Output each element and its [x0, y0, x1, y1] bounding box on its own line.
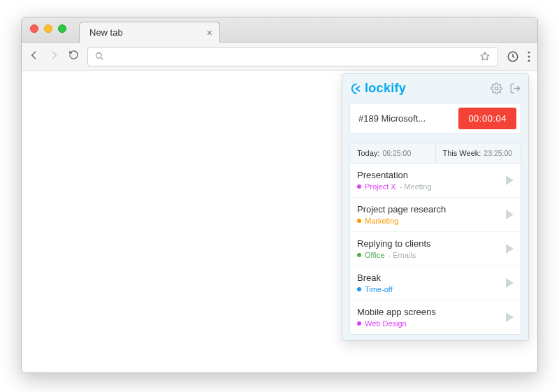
project-color-dot: [357, 253, 361, 257]
tab-close-icon[interactable]: ×: [207, 27, 212, 38]
time-entry[interactable]: Replying to clientsOffice - Emails: [350, 231, 521, 266]
summary-today-value: 06:25:00: [382, 149, 411, 157]
project-color-dot: [357, 184, 361, 189]
entry-project: Marketing: [365, 217, 398, 225]
forward-icon: [48, 50, 59, 64]
summary-today: Today: 06:25:00: [350, 143, 435, 163]
entry-task: - Meeting: [400, 182, 432, 191]
project-color-dot: [357, 321, 361, 326]
entry-title: Project page research: [357, 204, 446, 215]
minimize-window-icon[interactable]: [44, 24, 52, 33]
titlebar: New tab ×: [22, 17, 537, 43]
play-icon[interactable]: [506, 175, 514, 185]
time-entry[interactable]: BreakTime-off: [350, 266, 521, 300]
brand-text: lockify: [365, 81, 406, 95]
settings-icon[interactable]: [491, 82, 502, 94]
entry-project: Time-off: [365, 285, 393, 293]
time-entry[interactable]: Project page researchMarketing: [350, 197, 521, 231]
browser-tab[interactable]: New tab ×: [79, 22, 220, 43]
recent-entries-list: PresentationProject X - MeetingProject p…: [349, 164, 521, 335]
current-entry-description[interactable]: #189 Microsoft...: [358, 113, 426, 124]
play-icon[interactable]: [506, 210, 514, 219]
stop-timer-button[interactable]: 00:00:04: [458, 108, 516, 129]
window-controls: [30, 24, 66, 33]
browser-window: New tab × lockif: [21, 17, 538, 373]
maximize-window-icon[interactable]: [58, 24, 66, 33]
clockify-extension-icon[interactable]: [507, 50, 519, 63]
back-icon[interactable]: [29, 50, 40, 64]
bookmark-star-icon[interactable]: [479, 51, 491, 62]
project-color-dot: [357, 219, 361, 223]
browser-menu-icon[interactable]: [528, 51, 530, 62]
search-icon: [95, 52, 104, 61]
clockify-logo: lockify: [349, 81, 406, 96]
entry-title: Mobile app screens: [357, 307, 436, 317]
play-icon[interactable]: [506, 278, 514, 288]
svg-point-2: [528, 51, 530, 53]
toolbar: [22, 43, 537, 71]
popup-header: lockify: [349, 81, 521, 96]
entry-project: Web Design: [365, 319, 407, 328]
entry-title: Break: [357, 273, 393, 283]
entry-project: Office: [365, 251, 385, 259]
svg-point-0: [96, 53, 102, 59]
summary-week-label: This Week:: [443, 149, 481, 157]
time-entry[interactable]: PresentationProject X - Meeting: [350, 164, 521, 197]
clockify-logo-icon: [349, 82, 362, 95]
summary-week-value: 23:25:00: [484, 149, 512, 157]
tab-title: New tab: [89, 27, 123, 38]
summary-week: This Week: 23:25:00: [435, 143, 521, 163]
play-icon[interactable]: [506, 312, 514, 322]
address-bar[interactable]: [87, 47, 498, 66]
page-content: lockify #189 Microsoft... 00:00:04 Tod: [22, 71, 537, 372]
project-color-dot: [357, 287, 361, 291]
current-timer-row: #189 Microsoft... 00:00:04: [349, 103, 521, 134]
summary-today-label: Today:: [357, 149, 379, 157]
entry-task: - Emails: [389, 251, 416, 259]
entry-title: Presentation: [357, 170, 432, 180]
clockify-popup: lockify #189 Microsoft... 00:00:04 Tod: [342, 73, 529, 341]
time-summary: Today: 06:25:00 This Week: 23:25:00: [349, 143, 521, 164]
reload-icon[interactable]: [68, 50, 79, 63]
svg-point-5: [495, 87, 498, 89]
entry-project: Project X: [365, 182, 396, 191]
play-icon[interactable]: [506, 244, 514, 254]
svg-point-3: [528, 55, 530, 57]
logout-icon[interactable]: [509, 82, 521, 94]
close-window-icon[interactable]: [30, 24, 38, 33]
entry-title: Replying to clients: [357, 238, 431, 249]
svg-point-4: [528, 59, 530, 61]
time-entry[interactable]: Mobile app screensWeb Design: [350, 300, 521, 334]
